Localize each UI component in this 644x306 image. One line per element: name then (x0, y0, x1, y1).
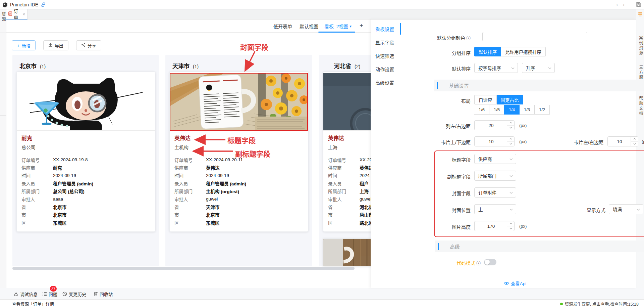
order-card-nike[interactable]: 耐克 总公司 订单编号XX-2024-09-19-8 供应商耐克 时间2024-… (16, 72, 155, 232)
column-title: 河北省 (334, 61, 351, 70)
spinner-down-icon[interactable] (631, 142, 638, 146)
subtitle-field-select[interactable]: 所属部门 (474, 171, 516, 181)
debug-info-button[interactable]: 调试信息 (13, 288, 38, 300)
field-value: 北京市 (53, 211, 67, 218)
save-icon[interactable] (636, 2, 641, 8)
code-mode-label: 代码模式ⓘ (457, 259, 481, 266)
nav-forward-icon[interactable]: › (623, 2, 625, 8)
spinner-up-icon[interactable] (631, 137, 638, 142)
ratio-1-2[interactable]: 1/2 (534, 105, 550, 115)
order-card-nvidia-hebei[interactable]: 英伟达 上海 订单编号XX-2024 供应商英伟达 时间2024 录入员租户 所… (323, 72, 371, 232)
card-cover-octocat-image (17, 73, 155, 131)
view-tab-kanban2-view[interactable]: 看板_2视图 ▾ (324, 23, 352, 30)
field-label: 市 (174, 211, 206, 218)
group-sort-buttons: 默认排序 允许用户拖拽排序 (474, 47, 546, 56)
divider (0, 115, 6, 116)
tab-bar: 订单 × (6, 9, 636, 19)
sort-field-select[interactable]: 按字母排序 (474, 63, 518, 73)
cover-position-label: 封面位置 (452, 207, 471, 213)
user-drag-sort-option[interactable]: 允许用户拖拽排序 (501, 47, 546, 56)
view-toolbar: 低开表单 默认视图 看板_2视图 ▾ + (6, 19, 371, 33)
field-value: 东城区 (206, 219, 220, 226)
status-bar: 查看资源「订单」详情 资源发生变更, 点击查看,检查时间:15:18 (0, 299, 644, 306)
spinner-up-icon[interactable] (507, 221, 514, 226)
horizontal-scrollbar[interactable] (12, 267, 366, 270)
add-view-button[interactable]: + (360, 22, 363, 29)
spinner-down-icon[interactable] (507, 226, 514, 231)
title-field-select[interactable]: 供应商 (474, 154, 516, 164)
sidebar-item-case-resources[interactable]: 案例资源 (638, 36, 644, 56)
unit-px: (px) (519, 123, 527, 128)
tab-quick-filter[interactable]: 快速筛选 (371, 49, 401, 62)
link-icon[interactable] (41, 2, 46, 7)
ratio-1-4[interactable]: 1/4 (504, 105, 520, 115)
layout-auto-option[interactable]: 自适应 (474, 95, 497, 104)
share-icon (81, 43, 86, 48)
cover-field-select[interactable]: 订单附件 (474, 187, 516, 198)
scrollbar-thumb[interactable] (12, 267, 355, 270)
nav-back-icon[interactable]: ‹ (616, 2, 618, 8)
add-button[interactable]: + 新增 (12, 40, 36, 50)
default-sort-label: 默认排序 (452, 65, 471, 72)
spinner-down-icon[interactable] (507, 126, 514, 130)
display-mode-select[interactable]: 填满 (609, 204, 643, 214)
view-api-link[interactable]: 查看Api (401, 280, 629, 287)
sort-order-select[interactable]: 升序 (522, 63, 555, 73)
default-sort-option[interactable]: 默认排序 (474, 47, 501, 56)
sidebar-item-resources[interactable]: 资源 (1, 12, 6, 22)
export-button[interactable]: 导出 (43, 40, 68, 50)
clock-icon (62, 292, 67, 296)
annotation-cover-field: 封面字段 (240, 42, 268, 52)
field-value: 英伟达 (360, 164, 371, 171)
action-buttons: + 新增 导出 分享 (12, 40, 101, 50)
field-value: 租户管理员 (admin) (206, 180, 246, 187)
chevron-down-icon (509, 192, 513, 194)
order-card-partial[interactable] (323, 238, 371, 266)
change-history-button[interactable]: 变更历史 (62, 288, 86, 300)
ratio-1-6[interactable]: 1/6 (474, 105, 489, 115)
tab-display-fields[interactable]: 显示字段 (371, 36, 401, 49)
spinner-down-icon[interactable] (507, 142, 514, 146)
sidebar-item-help-docs[interactable]: 帮助文档 (638, 96, 644, 116)
spinner-up-icon[interactable] (507, 137, 514, 142)
field-value: guwei (206, 196, 218, 202)
cover-position-select[interactable]: 上 (474, 204, 516, 214)
share-button[interactable]: 分享 (76, 40, 101, 50)
field-value: 2024-09-19 (206, 173, 229, 178)
field-label: 审批人 (328, 196, 360, 203)
field-value: 总公司 (总公司) (53, 188, 85, 194)
tab-order[interactable]: 订单 × (6, 9, 28, 19)
field-label: 供应商 (328, 164, 360, 171)
view-tab-default-view[interactable]: 默认视图 (300, 23, 318, 30)
tab-action-settings[interactable]: 动作设置 (371, 62, 401, 76)
card-hmargin-label: 卡片左/右边距 (574, 139, 603, 145)
field-value: 租户 (360, 180, 369, 187)
view-tab-lowcode-form[interactable]: 低开表单 (273, 23, 292, 30)
spinner-up-icon[interactable] (507, 121, 514, 126)
close-icon[interactable]: × (22, 12, 25, 17)
chevron-down-icon (509, 209, 513, 211)
card-title: 英伟达 (328, 135, 371, 141)
layout-fixed-ratio-option[interactable]: 固定占比 (497, 95, 523, 104)
section-accent-bar (438, 243, 439, 250)
left-rail: 资源 (0, 9, 6, 288)
status-right[interactable]: 资源发生变更, 点击查看,检查时间:15:18 (560, 301, 639, 306)
eye-icon (504, 281, 509, 285)
title-field-label: 标题字段 (452, 156, 471, 163)
ratio-1-5[interactable]: 1/5 (489, 105, 504, 115)
default-group-color-input[interactable] (482, 32, 587, 41)
panel-stack-icon[interactable] (638, 12, 643, 18)
field-label: 供应商 (21, 164, 53, 171)
column-margin-input (474, 120, 515, 130)
tab-kanban-settings[interactable]: 看板设置 (371, 22, 401, 36)
ratio-1-3[interactable]: 1/3 (519, 105, 535, 115)
display-mode-label: 显示方式 (587, 207, 605, 213)
tab-advanced-settings[interactable]: 高级设置 (371, 76, 401, 89)
field-label: 省 (21, 204, 53, 210)
recycle-bin-button[interactable]: 回收站 (94, 288, 113, 300)
code-mode-toggle[interactable] (484, 259, 496, 265)
field-label: 订单编号 (328, 157, 360, 163)
chevron-down-icon (637, 209, 640, 211)
field-label: 时间 (174, 172, 206, 179)
field-label: 审批人 (21, 196, 53, 203)
